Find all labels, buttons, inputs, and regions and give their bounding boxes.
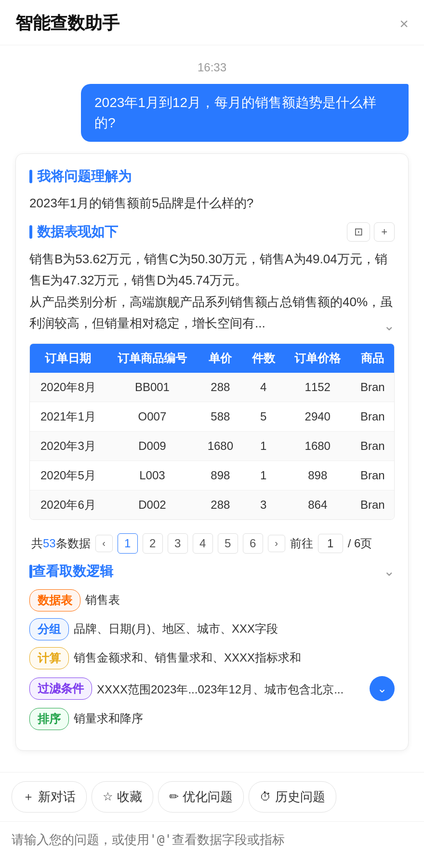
cell-total: 2940 xyxy=(284,402,351,431)
new-chat-label: 新对话 xyxy=(38,788,76,805)
input-area: Shift + ↩ 回行 🎤 ➤ xyxy=(0,821,424,868)
summary-text: 销售B为53.62万元，销售C为50.30万元，销售A为49.04万元，销售E为… xyxy=(29,248,395,334)
table-body: 2020年8月 BB001 288 4 1152 Bran 2021年1月 O0… xyxy=(30,373,394,519)
optimize-label: 优化问题 xyxy=(183,788,233,805)
table-row: 2020年5月 L003 898 1 898 Bran xyxy=(30,461,394,490)
logic-title: 查看取数逻辑 xyxy=(32,562,113,581)
logic-datasource-row: 数据表 销售表 xyxy=(29,589,395,611)
logic-section-header: 查看取数逻辑 ⌄ xyxy=(29,562,395,581)
tag-calc: 计算 xyxy=(29,647,69,669)
page-1-button[interactable]: 1 xyxy=(118,533,138,554)
cell-price: 288 xyxy=(198,490,242,519)
data-section-header: 数据表现如下 ⊡ + xyxy=(29,222,395,242)
understand-bar xyxy=(29,170,32,183)
cell-qty: 5 xyxy=(243,402,285,431)
cell-sku: D009 xyxy=(106,431,198,461)
data-bar xyxy=(29,225,32,239)
history-button[interactable]: ⏱ 历史问题 xyxy=(249,781,336,813)
tag-datasource: 数据表 xyxy=(29,589,80,611)
page-5-button[interactable]: 5 xyxy=(218,533,238,554)
datasource-value: 销售表 xyxy=(85,589,120,609)
cell-sku: D002 xyxy=(106,490,198,519)
page-prev-button[interactable]: ‹ xyxy=(95,535,113,552)
response-card: 我将问题理解为 2023年1月的销售额前5品牌是什么样的? 数据表现如下 ⊡ + xyxy=(15,153,409,751)
page-3-button[interactable]: 3 xyxy=(168,533,188,554)
data-table: 订单日期 订单商品编号 单价 件数 订单价格 商品 2020年8月 BB001 xyxy=(30,344,394,519)
cell-date: 2020年5月 xyxy=(30,461,106,490)
summary-block: 销售B为53.62万元，销售C为50.30万元，销售A为49.04万元，销售E为… xyxy=(29,248,395,334)
page-6-button[interactable]: 6 xyxy=(243,533,263,554)
calc-value: 销售金额求和、销售量求和、XXXX指标求和 xyxy=(74,647,301,666)
cell-brand: Bran xyxy=(351,373,394,402)
bottom-toolbar: ＋ 新对话 ☆ 收藏 ✏ 优化问题 ⏱ 历史问题 xyxy=(0,772,424,821)
export-button[interactable]: ⊡ xyxy=(347,222,370,242)
table-row: 2020年3月 D009 1680 1 1680 Bran xyxy=(30,431,394,461)
understand-section-header: 我将问题理解为 xyxy=(29,167,395,186)
table-row: 2020年8月 BB001 288 4 1152 Bran xyxy=(30,373,394,402)
chat-area: 16:33 2023年1月到12月，每月的销售额趋势是什么样的? 我将问题理解为… xyxy=(0,45,424,772)
cell-qty: 4 xyxy=(243,373,285,402)
tag-sort: 排序 xyxy=(29,708,69,730)
page-4-button[interactable]: 4 xyxy=(193,533,213,554)
cell-total: 1680 xyxy=(284,431,351,461)
cell-sku: BB001 xyxy=(106,373,198,402)
col-header-qty: 件数 xyxy=(243,344,285,373)
collect-button[interactable]: ☆ 收藏 xyxy=(92,781,153,813)
data-section-title: 数据表现如下 xyxy=(37,223,118,241)
total-count: 53 xyxy=(43,537,56,550)
cell-total: 898 xyxy=(284,461,351,490)
sort-value: 销量求和降序 xyxy=(74,708,143,727)
cell-price: 288 xyxy=(198,373,242,402)
user-message-bubble: 2023年1月到12月，每月的销售额趋势是什么样的? xyxy=(15,84,409,142)
page-2-button[interactable]: 2 xyxy=(143,533,163,554)
col-header-brand: 商品 xyxy=(351,344,394,373)
cell-total: 1152 xyxy=(284,373,351,402)
cell-sku: O007 xyxy=(106,402,198,431)
app-container: 智能查数助手 × 16:33 2023年1月到12月，每月的销售额趋势是什么样的… xyxy=(0,0,424,868)
table-row: 2021年1月 O007 588 5 2940 Bran xyxy=(30,402,394,431)
understand-title: 我将问题理解为 xyxy=(37,167,132,186)
cell-date: 2020年3月 xyxy=(30,431,106,461)
filter-expand-button[interactable]: ⌄ xyxy=(370,676,395,701)
understand-desc: 2023年1月的销售额前5品牌是什么样的? xyxy=(29,192,395,214)
goto-input[interactable] xyxy=(318,534,343,553)
pagination-row: 共53条数据 ‹ 1 2 3 4 5 6 › 前往 / 6页 xyxy=(29,529,395,558)
new-chat-button[interactable]: ＋ 新对话 xyxy=(12,781,87,813)
logic-expand-icon[interactable]: ⌄ xyxy=(384,563,395,579)
close-icon[interactable]: × xyxy=(399,16,409,31)
add-icon: + xyxy=(381,226,387,238)
cell-date: 2020年6月 xyxy=(30,490,106,519)
logic-filter-row: 过滤条件 XXXX范围2023年...023年12月、城市包含北京... ⌄ xyxy=(29,676,395,701)
table-head: 订单日期 订单商品编号 单价 件数 订单价格 商品 xyxy=(30,344,394,373)
collect-label: 收藏 xyxy=(117,788,142,805)
cell-qty: 3 xyxy=(243,490,285,519)
cell-brand: Bran xyxy=(351,461,394,490)
cell-price: 898 xyxy=(198,461,242,490)
history-icon: ⏱ xyxy=(260,790,271,803)
summary-expand-icon[interactable]: ⌄ xyxy=(384,318,395,334)
logic-group-row: 分组 品牌、日期(月)、地区、城市、XXX字段 xyxy=(29,618,395,640)
app-title: 智能查数助手 xyxy=(15,12,119,35)
optimize-button[interactable]: ✏ 优化问题 xyxy=(158,781,244,813)
filter-value: XXXX范围2023年...023年12月、城市包含北京... xyxy=(97,679,365,698)
cell-qty: 1 xyxy=(243,461,285,490)
total-pages-label: / 6页 xyxy=(348,536,372,551)
page-next-button[interactable]: › xyxy=(268,535,285,552)
table-row: 2020年6月 D002 288 3 864 Bran xyxy=(30,490,394,519)
col-header-date: 订单日期 xyxy=(30,344,106,373)
logic-section: 查看取数逻辑 ⌄ 数据表 销售表 分组 品牌、日期(月)、地区、城市、XXX字段… xyxy=(29,562,395,730)
star-icon: ☆ xyxy=(103,790,113,803)
history-label: 历史问题 xyxy=(275,788,325,805)
col-header-sku: 订单商品编号 xyxy=(106,344,198,373)
cell-brand: Bran xyxy=(351,402,394,431)
data-table-wrapper: 订单日期 订单商品编号 单价 件数 订单价格 商品 2020年8月 BB001 xyxy=(29,343,395,520)
chat-input[interactable] xyxy=(12,830,412,868)
cell-price: 588 xyxy=(198,402,242,431)
tag-filter: 过滤条件 xyxy=(29,678,92,700)
logic-calc-row: 计算 销售金额求和、销售量求和、XXXX指标求和 xyxy=(29,647,395,669)
chevron-down-icon: ⌄ xyxy=(377,682,387,695)
pagination-total: 共53条数据 xyxy=(31,536,91,551)
cell-date: 2021年1月 xyxy=(30,402,106,431)
add-button[interactable]: + xyxy=(374,222,395,242)
user-message-text: 2023年1月到12月，每月的销售额趋势是什么样的? xyxy=(81,84,409,142)
